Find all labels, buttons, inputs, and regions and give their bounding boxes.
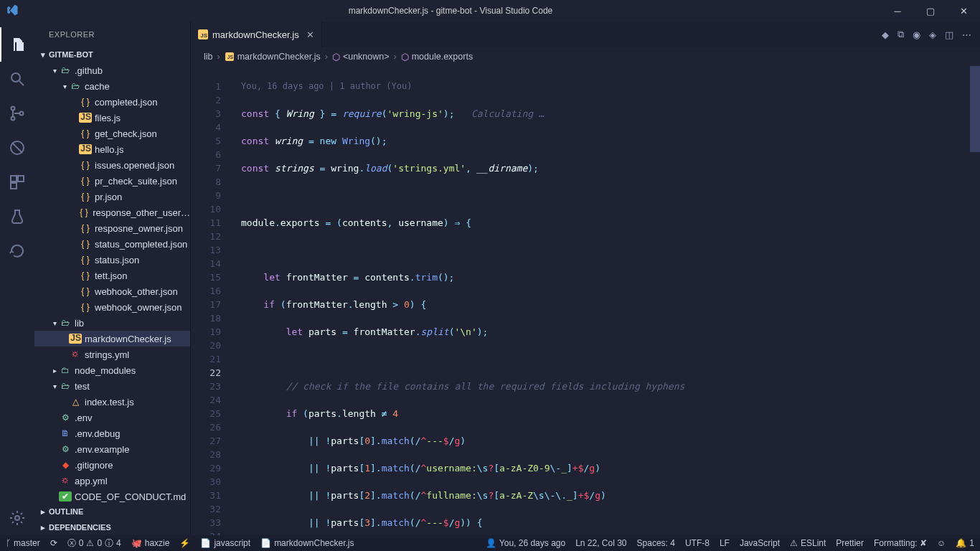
tree-item-label: app.yml	[75, 476, 108, 486]
tree-item[interactable]: ⛭strings.yml	[34, 347, 190, 362]
file-tree[interactable]: ▾🗁.github▾🗁cache{ }completed.jsonJSfiles…	[34, 62, 190, 504]
status-position[interactable]: Ln 22, Col 30	[575, 538, 626, 548]
tree-item-label: files.js	[95, 113, 121, 123]
json-file-icon: { }	[79, 97, 92, 107]
status-live-share[interactable]: ⚡	[179, 538, 190, 548]
status-user[interactable]: 🐙haxzie	[131, 538, 170, 548]
diff-icon[interactable]: ◈	[929, 29, 936, 40]
svg-rect-8	[18, 176, 24, 182]
maximize-button[interactable]: ▢	[914, 0, 947, 22]
breadcrumb-item[interactable]: <unknown>	[343, 52, 390, 62]
tree-item[interactable]: ▾🗁test	[34, 378, 190, 394]
tree-item[interactable]: { }response_other_user…	[34, 204, 190, 220]
tree-item[interactable]: { }tett.json	[34, 268, 190, 283]
tab-markdown-checker[interactable]: JS markdownChecker.js ✕	[191, 22, 322, 47]
settings-gear-icon[interactable]	[0, 501, 34, 535]
status-formatting[interactable]: Formatting: ✘	[874, 538, 927, 548]
json-file-icon: { }	[79, 192, 92, 202]
tree-item[interactable]: { }completed.json	[34, 94, 190, 110]
status-problems[interactable]: ⓧ0 ⚠0 ⓘ4	[67, 537, 121, 550]
tree-item-label: status_completed.json	[95, 239, 187, 250]
test-icon[interactable]	[0, 199, 34, 234]
status-language[interactable]: JavaScript	[740, 538, 780, 548]
minimize-button[interactable]: ─	[881, 0, 914, 22]
env-file-icon: ⚙	[59, 413, 72, 423]
status-spaces[interactable]: Spaces: 4	[637, 538, 675, 548]
tree-item-label: hello.js	[95, 144, 123, 155]
status-encoding[interactable]: UTF-8	[685, 538, 710, 548]
status-eslint[interactable]: ⚠ESLint	[790, 538, 826, 548]
status-prettier[interactable]: Prettier	[836, 538, 864, 548]
status-branch[interactable]: ᚴmaster	[6, 538, 40, 548]
tree-item[interactable]: ✔CODE_OF_CONDUCT.md	[34, 489, 190, 504]
status-lang-left[interactable]: 📄javascript	[200, 538, 250, 548]
close-button[interactable]: ✕	[947, 0, 980, 22]
status-eol[interactable]: LF	[720, 538, 730, 548]
tree-item-label: .env	[75, 413, 93, 423]
tree-item[interactable]: △index.test.js	[34, 394, 190, 410]
tree-item-label: status.json	[95, 255, 139, 265]
status-feedback[interactable]: ☺	[937, 538, 946, 548]
tree-item[interactable]: { }resposne_owner.json	[34, 220, 190, 236]
tree-item[interactable]: { }pr_check_suite.json	[34, 173, 190, 189]
svg-line-1	[19, 81, 24, 85]
minimap[interactable]	[970, 66, 980, 535]
editor-actions: ◆ ⧉ ◉ ◈ ◫ ⋯	[882, 22, 980, 47]
sidebar-dependencies[interactable]: ▸DEPENDENCIES	[34, 519, 190, 535]
preview-icon[interactable]: ◉	[913, 29, 920, 40]
more-actions-icon[interactable]: ⋯	[962, 29, 971, 40]
tree-item[interactable]: ▸🗀node_modules	[34, 362, 190, 378]
sidebar-root[interactable]: ▾GITME-BOT	[34, 47, 190, 62]
tree-item[interactable]: JShello.js	[34, 141, 190, 157]
tree-item[interactable]: { }webhook_other.json	[34, 283, 190, 299]
tree-item-label: completed.json	[95, 97, 157, 108]
tree-item[interactable]: ▾🗁cache	[34, 78, 190, 94]
extensions-icon[interactable]	[0, 165, 34, 199]
sidebar-outline[interactable]: ▸OUTLINE	[34, 504, 190, 519]
scm-icon[interactable]	[0, 96, 34, 131]
tree-item[interactable]: ▾🗁lib	[34, 315, 190, 331]
tree-item[interactable]: { }webhook_owner.json	[34, 299, 190, 315]
env-file-icon: ⚙	[59, 444, 72, 454]
breadcrumb-item[interactable]: module.exports	[412, 52, 473, 62]
json-file-icon: { }	[79, 160, 92, 170]
svg-point-10	[15, 516, 19, 520]
tree-item[interactable]: ▾🗁.github	[34, 62, 190, 78]
open-changes-icon[interactable]: ⧉	[897, 29, 904, 40]
status-bell[interactable]: 🔔1	[956, 538, 974, 548]
code-content[interactable]: You, 16 days ago | 1 author (You) const …	[234, 66, 980, 535]
compare-icon[interactable]: ◆	[882, 29, 889, 40]
tree-item-label: .env.debug	[75, 428, 120, 439]
status-file-left[interactable]: 📄markdownChecker.js	[260, 538, 354, 548]
json-file-icon: { }	[79, 128, 92, 138]
status-sync[interactable]: ⟳	[50, 538, 57, 548]
code-editor[interactable]: 1234567891011121314151617181920212223242…	[191, 66, 980, 535]
tree-item[interactable]: { }pr.json	[34, 189, 190, 204]
explorer-icon[interactable]	[0, 27, 34, 62]
status-blame[interactable]: 👤You, 26 days ago	[486, 538, 565, 548]
tree-item[interactable]: ⚙.env	[34, 410, 190, 425]
tab-close-icon[interactable]: ✕	[306, 29, 314, 40]
code-lens[interactable]: You, 16 days ago | 1 author (You)	[241, 80, 980, 93]
tree-item-label: issues.opened.json	[95, 160, 174, 171]
search-icon[interactable]	[0, 62, 34, 96]
tree-item[interactable]: ◆.gitignore	[34, 457, 190, 473]
js-file-icon: JS	[198, 29, 208, 39]
breadcrumbs[interactable]: lib › JS markdownChecker.js › ⬡ <unknown…	[191, 47, 980, 66]
split-editor-icon[interactable]: ◫	[945, 29, 953, 40]
tree-item[interactable]: JSmarkdownChecker.js	[34, 331, 190, 347]
tree-item[interactable]: { }get_check.json	[34, 126, 190, 141]
breadcrumb-item[interactable]: lib	[204, 52, 213, 62]
tree-item[interactable]: ⚙.env.example	[34, 441, 190, 457]
tree-item[interactable]: JSfiles.js	[34, 110, 190, 126]
tree-item[interactable]: ⛭app.yml	[34, 473, 190, 489]
tree-item[interactable]: { }issues.opened.json	[34, 157, 190, 173]
tree-item[interactable]: { }status_completed.json	[34, 236, 190, 252]
tree-item[interactable]: 🗎.env.debug	[34, 425, 190, 441]
tree-item-label: webhook_other.json	[95, 286, 178, 297]
tree-item[interactable]: { }status.json	[34, 252, 190, 268]
titlebar: markdownChecker.js - gitme-bot - Visual …	[0, 0, 980, 22]
debug-icon[interactable]	[0, 131, 34, 165]
refresh-icon[interactable]	[0, 234, 34, 268]
breadcrumb-item[interactable]: markdownChecker.js	[237, 52, 321, 62]
